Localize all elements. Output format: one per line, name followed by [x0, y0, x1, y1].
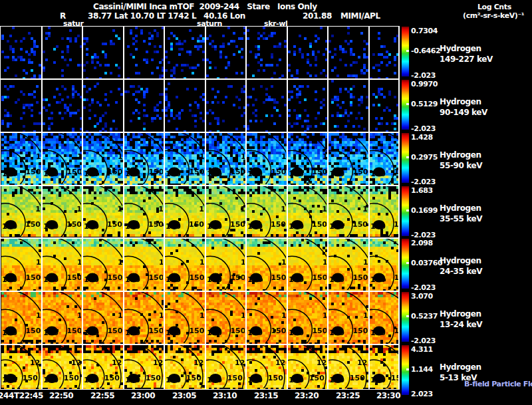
species-label: Hydrogen	[440, 97, 481, 106]
time-label: 23:20	[295, 391, 319, 400]
species-label: Hydrogen	[440, 309, 481, 319]
species-label: Hydrogen	[440, 203, 481, 213]
energy-label: 35-55 keV	[440, 214, 482, 223]
cbar-min-label: -2.023	[411, 124, 436, 133]
bfield-flow-label: B-field Particle Flow	[464, 380, 532, 388]
time-label: 23:30	[376, 391, 400, 400]
cbar-mid-label: -0.6462	[411, 47, 440, 55]
cbar-max-label: 0.7304	[411, 27, 438, 35]
energy-label: 13-24 keV	[440, 320, 482, 329]
credit-label: MIMI/APL	[340, 11, 380, 21]
time-label: 23:00	[131, 391, 155, 400]
cbar-mid-label: 0.5237	[411, 312, 438, 321]
species-label: Hydrogen	[440, 44, 481, 53]
cbar-max-label: 0.9970	[411, 80, 438, 88]
colorbar-tick	[406, 315, 409, 317]
time-label: 22:55	[90, 391, 114, 400]
cbar-mid-label: 1.144	[411, 365, 433, 374]
panel-strip-13-24-kev	[0, 291, 400, 344]
colorbar-title: Log Cnts	[477, 3, 511, 11]
species-label: Hydrogen	[440, 150, 481, 160]
cbar-min-label: -2.023	[411, 283, 436, 292]
lon-value: 201.88	[303, 11, 332, 21]
plot-title: Cassini/MIMI Inca mTOF 2009-244 Stare Io…	[93, 2, 317, 11]
cbar-mid-label: 0.5129	[411, 100, 438, 108]
time-label: 22:50	[49, 391, 73, 400]
cbar-max-label: 4.311	[411, 345, 433, 354]
colorbar-tick	[406, 103, 409, 105]
cbar-mid-label: 0.1699	[411, 206, 438, 215]
panel-strip-35-55-kev	[0, 186, 400, 238]
colorbar-tick	[406, 156, 409, 158]
species-label: Hydrogen	[440, 256, 481, 265]
cbar-min-label: -2.023	[411, 71, 436, 80]
cbar-min-label: 2.023	[411, 390, 433, 398]
panel-strip-55-90-kev	[0, 132, 400, 186]
species-label: Hydrogen	[440, 362, 481, 372]
cbar-max-label: 1.683	[411, 186, 433, 195]
energy-label: 90-149 keV	[440, 108, 487, 117]
cbar-mid-label: 0.2975	[411, 153, 438, 162]
cbar-max-label: 3.070	[411, 292, 433, 301]
energy-label: 149-227 keV	[440, 55, 493, 64]
panel-strip-5-13-kev	[0, 344, 400, 390]
colorbar-tick	[406, 368, 409, 370]
colorbar-units: (cm²-sr-s-keV)⁻¹	[463, 11, 524, 20]
time-label: 23:10	[213, 391, 237, 400]
cbar-mid-label: 0.03760	[411, 259, 442, 267]
panel-strip-149-227-kev	[0, 26, 400, 79]
colorbar-tick	[406, 209, 409, 211]
energy-label: 55-90 keV	[440, 161, 482, 170]
cbar-max-label: 2.098	[411, 239, 433, 247]
time-label: 23:05	[172, 391, 196, 400]
panel-strip-90-149-kev	[0, 79, 400, 132]
colorbar-tick	[406, 262, 409, 264]
ephemeris-values: 38.77 Lat 10.70 LT 1742 L	[88, 11, 196, 21]
panel-strip-24-35-kev	[0, 238, 400, 291]
energy-label: 24-35 keV	[440, 267, 482, 276]
time-label: 244T22:45	[0, 391, 43, 400]
cbar-min-label: -2.023	[411, 337, 436, 345]
cbar-max-label: 1.428	[411, 133, 433, 142]
cassini-mimi-plot: Cassini/MIMI Inca mTOF 2009-244 Stare Io…	[0, 0, 532, 405]
time-label: 23:25	[336, 391, 360, 400]
colorbar-tick	[406, 50, 409, 52]
time-label: 23:15	[254, 391, 278, 400]
cbar-min-label: -2.023	[411, 178, 436, 186]
